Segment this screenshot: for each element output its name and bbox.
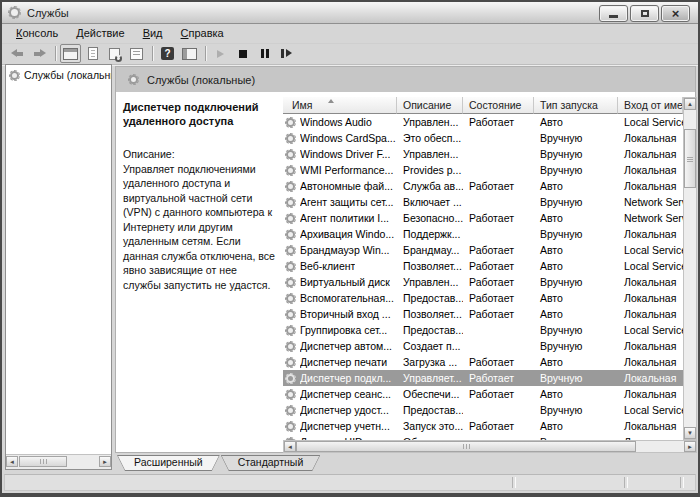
show-hide-pane-button[interactable]	[179, 44, 200, 63]
horizontal-scrollbar[interactable]: ◄ ►	[283, 440, 697, 453]
column-label: Состояние	[469, 99, 521, 111]
scroll-up-button[interactable]: ▲	[684, 98, 696, 110]
service-icon	[286, 342, 295, 351]
close-button[interactable]: ×	[661, 5, 690, 22]
table-row[interactable]: Агент политики I...Безопасно...РаботаетА…	[283, 210, 683, 226]
cell-name: Агент защиты сет...	[283, 194, 397, 210]
pause-icon	[261, 49, 269, 58]
table-row[interactable]: Архивация Windo...Поддержк...ВручнуюЛока…	[283, 226, 683, 242]
table-row[interactable]: Брандмауэр Win...Брандмау...РаботаетАвто…	[283, 242, 683, 258]
table-row[interactable]: Диспетчер печатиЗагрузка ...РаботаетАвто…	[283, 354, 683, 370]
toolbar-separator	[55, 46, 56, 61]
minimize-button[interactable]	[599, 5, 628, 22]
cell-log-on-as: Локальная	[618, 370, 683, 386]
service-name: Вспомогательная...	[300, 290, 394, 306]
table-row[interactable]: Группировка сет...Предостав...ВручнуюLoc…	[283, 322, 683, 338]
service-name: Автономные фай...	[300, 178, 393, 194]
status-divider	[512, 477, 516, 488]
cell-status	[463, 338, 534, 354]
table-row[interactable]: Веб-клиентПозволяет...РаботаетАвтоLocal …	[283, 258, 683, 274]
toolbar-separator	[205, 46, 206, 61]
maximize-icon	[641, 10, 649, 17]
vertical-scrollbar[interactable]: ▲ ▼	[683, 97, 697, 440]
tab-standard[interactable]: Стандартный	[221, 455, 321, 471]
cell-startup-type: Авто	[534, 386, 618, 402]
cell-status	[463, 146, 534, 162]
tree-horizontal-scrollbar[interactable]: ◄ ►	[6, 454, 111, 469]
service-icon	[286, 406, 295, 415]
table-row[interactable]: Диспетчер автом...Создает п...ВручнуюЛок…	[283, 338, 683, 354]
stop-service-button[interactable]	[232, 44, 253, 63]
show-console-tree-button[interactable]	[60, 44, 81, 63]
scroll-left-button[interactable]: ◄	[284, 441, 296, 452]
table-row[interactable]: Windows CardSpa...Это обесп...ВручнуюЛок…	[283, 130, 683, 146]
cell-log-on-as: Локальная	[618, 290, 683, 306]
service-name: Группировка сет...	[300, 322, 387, 338]
cell-startup-type: Вручную	[534, 338, 618, 354]
column-header-description[interactable]: Описание	[397, 97, 463, 114]
table-row[interactable]: Диспетчер удост...Предостав...ВручнуюLoc…	[283, 402, 683, 418]
column-header-startup-type[interactable]: Тип запуска	[534, 97, 618, 114]
cell-log-on-as: Локальная	[618, 162, 683, 178]
table-row[interactable]: Вспомогательная...Предостав...РаботаетАв…	[283, 290, 683, 306]
column-header-log-on-as[interactable]: Вход от имени	[618, 97, 683, 114]
table-row[interactable]: Вторичный вход ...Позволяет...РаботаетАв…	[283, 306, 683, 322]
cell-startup-type: Вручную	[534, 322, 618, 338]
table-row[interactable]: Агент защиты сет...Включает ...ВручнуюNe…	[283, 194, 683, 210]
cell-description: Предостав...	[397, 290, 463, 306]
table-row[interactable]: WMI Performance...Provides p...ВручнуюЛо…	[283, 162, 683, 178]
cell-startup-type: Авто	[534, 418, 618, 434]
cell-status: Работает	[463, 386, 534, 402]
menu-console[interactable]: Консоль	[8, 25, 68, 41]
cell-log-on-as: Локальная	[618, 338, 683, 354]
pause-service-button[interactable]	[254, 44, 275, 63]
column-header-name[interactable]: Имя	[283, 97, 397, 114]
table-row[interactable]: Автономные фай...Служба ав...РаботаетАвт…	[283, 178, 683, 194]
table-row[interactable]: Диспетчер подкл...Управляет...РаботаетВр…	[283, 370, 683, 386]
help-button[interactable]: ?	[157, 44, 178, 63]
tree-item-services[interactable]: Службы (локальные)	[6, 65, 111, 83]
table-row[interactable]: Windows Driver F...Управлен...ВручнуюЛок…	[283, 146, 683, 162]
tree-scrollbar-thumb[interactable]	[19, 456, 67, 467]
table-body: Windows AudioУправлен...РаботаетАвтоLoca…	[283, 114, 683, 440]
restart-service-button[interactable]	[276, 44, 297, 63]
scroll-right-button[interactable]: ►	[99, 456, 111, 467]
column-header-status[interactable]: Состояние	[463, 97, 534, 114]
refresh-button[interactable]	[104, 44, 125, 63]
menu-view[interactable]: Вид	[135, 25, 173, 41]
scroll-right-button[interactable]: ►	[684, 441, 696, 452]
title-bar[interactable]: Службы ×	[2, 2, 698, 24]
table-row[interactable]: Виртуальный дискУправлен...РаботаетВручн…	[283, 274, 683, 290]
start-service-button[interactable]	[210, 44, 231, 63]
scroll-down-button[interactable]: ▼	[684, 427, 696, 439]
menu-action[interactable]: Действие	[68, 25, 134, 41]
tab-extended[interactable]: Расширенный	[117, 455, 220, 471]
service-icon	[286, 214, 295, 223]
scrollbar-thumb[interactable]	[684, 129, 696, 188]
cell-startup-type: Вручную	[534, 146, 618, 162]
cell-status: Работает	[463, 114, 534, 130]
cell-description: Это обесп...	[397, 130, 463, 146]
table-row[interactable]: Диспетчер учетн...Запуск это...РаботаетА…	[283, 418, 683, 434]
service-icon	[286, 326, 295, 335]
selected-service-title: Диспетчер подключений удаленного доступа	[123, 100, 276, 128]
export-list-button[interactable]	[126, 44, 147, 63]
cell-log-on-as: Local Service	[618, 242, 683, 258]
maximize-button[interactable]	[630, 5, 659, 22]
menu-help[interactable]: Справка	[173, 25, 234, 41]
services-table: ИмяОписаниеСостояниеТип запускаВход от и…	[283, 97, 697, 453]
table-header: ИмяОписаниеСостояниеТип запускаВход от и…	[283, 97, 683, 114]
back-button[interactable]	[7, 44, 28, 63]
forward-button[interactable]	[29, 44, 50, 63]
cell-description: Управляет...	[397, 370, 463, 386]
table-row[interactable]: Windows AudioУправлен...РаботаетАвтоLoca…	[283, 114, 683, 130]
menu-help-label: С	[181, 27, 189, 39]
table-row[interactable]: Диспетчер сеанс...Обеспечи...РаботаетАвт…	[283, 386, 683, 402]
cell-description: Управлен...	[397, 146, 463, 162]
properties-button[interactable]	[82, 44, 103, 63]
toolbar: ?	[2, 43, 698, 65]
scrollbar-thumb[interactable]	[296, 441, 636, 452]
cell-log-on-as: Локальная	[618, 418, 683, 434]
scroll-left-button[interactable]: ◄	[6, 456, 18, 467]
cell-description: Управлен...	[397, 274, 463, 290]
